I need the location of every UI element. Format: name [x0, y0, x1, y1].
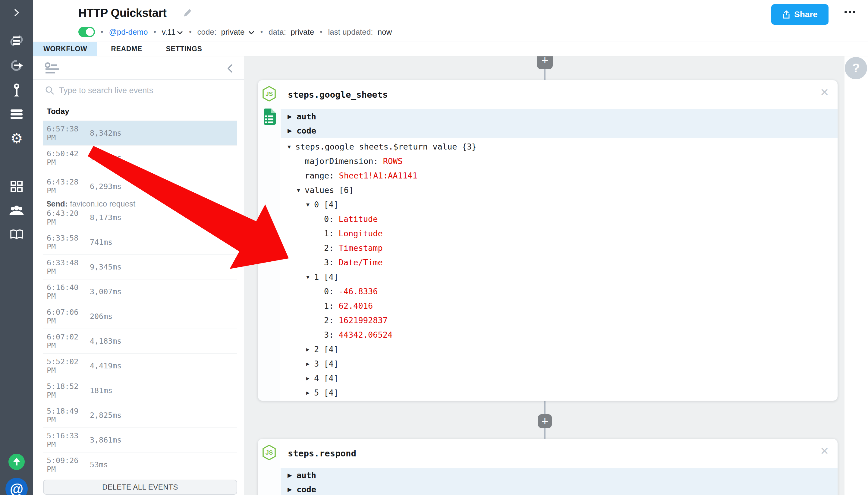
key-icon	[12, 83, 21, 97]
data-visibility: data: private	[268, 28, 314, 37]
sidebar-item-accounts[interactable]	[0, 82, 33, 98]
caret-right-icon: ▶	[288, 113, 297, 120]
sidebar-item-sql[interactable]	[0, 106, 33, 122]
tab-workflow[interactable]: WORKFLOW	[33, 42, 97, 56]
owner-link[interactable]: @pd-demo	[109, 28, 148, 37]
pencil-icon	[183, 8, 192, 18]
code-accordion-row[interactable]: ▶ code	[281, 124, 837, 138]
json-tree-row[interactable]: majorDimension:ROWS	[281, 154, 837, 168]
sidebar-item-docs[interactable]	[0, 227, 33, 243]
event-row[interactable]: 6:43:28 PM 6,293ms $end:favicon.ico requ…	[43, 170, 237, 205]
share-button[interactable]: Share	[771, 4, 829, 25]
workflow-meta-row: • @pd-demo • v.11 • code: private • data…	[79, 26, 392, 38]
caret-icon[interactable]: ▼	[306, 274, 314, 280]
caret-icon[interactable]: ▶	[306, 346, 314, 353]
close-step-button[interactable]: ×	[820, 444, 829, 458]
auth-accordion-row[interactable]: ▶ auth	[281, 468, 837, 482]
json-tree-row[interactable]: 2:Timestamp	[281, 241, 837, 255]
search-input[interactable]	[59, 86, 216, 95]
event-row[interactable]: 6:50:42 PM 9,142ms	[43, 146, 237, 170]
collapse-panel-button[interactable]	[226, 64, 233, 74]
event-row[interactable]: 5:52:02 PM 4,419ms	[43, 354, 237, 378]
event-duration: 741ms	[90, 238, 112, 246]
event-duration: 53ms	[90, 460, 108, 469]
caret-icon[interactable]: ▼	[297, 187, 305, 193]
right-help-strip: ?	[845, 56, 868, 495]
sidebar-item-settings[interactable]: ⚙	[0, 130, 33, 147]
sidebar-item-workflows[interactable]	[0, 33, 33, 49]
event-row[interactable]: 5:09:26 PM 53ms	[43, 453, 237, 477]
chevron-right-icon	[12, 8, 21, 17]
event-row[interactable]: 6:43:20 PM 8,173ms	[43, 205, 237, 230]
code-visibility-dropdown[interactable]: code: private	[197, 28, 255, 37]
sidebar-item-sources[interactable]	[0, 57, 33, 73]
json-tree-row[interactable]: ▼values[6]	[281, 183, 837, 197]
live-events-panel: Today 6:57:38 PM 8,342ms 6:50:42 PM 9,14…	[33, 56, 244, 495]
event-row-selected[interactable]: 6:57:38 PM 8,342ms	[43, 121, 237, 146]
event-duration: 8,173ms	[90, 213, 121, 222]
add-step-button[interactable]: +	[537, 56, 553, 69]
close-step-button[interactable]: ×	[820, 85, 829, 99]
json-tree-row[interactable]: ▶3[4]	[281, 356, 837, 371]
people-icon	[9, 206, 24, 216]
event-row[interactable]: 6:33:58 PM 741ms	[43, 230, 237, 255]
tab-readme[interactable]: README	[101, 42, 152, 56]
ellipsis-icon	[853, 11, 855, 13]
workflows-icon	[9, 34, 24, 47]
event-row[interactable]: 6:16:40 PM 3,007ms	[43, 279, 237, 304]
edit-title-button[interactable]	[183, 8, 192, 19]
event-time: 6:07:02 PM	[47, 332, 90, 350]
sidebar-item-community[interactable]	[0, 203, 33, 219]
expand-sidebar-button[interactable]	[0, 7, 33, 19]
event-row[interactable]: 5:18:49 PM 2,825ms	[43, 403, 237, 428]
deploy-status-button[interactable]	[0, 454, 33, 470]
json-tree-row[interactable]: 3:Date/Time	[281, 255, 837, 270]
event-duration: 6,293ms	[90, 182, 121, 191]
ellipsis-icon	[849, 11, 851, 13]
chevron-left-icon	[226, 64, 233, 73]
events-toolbar	[33, 56, 244, 80]
search-icon	[45, 86, 54, 95]
delete-all-events-button[interactable]: DELETE ALL EVENTS	[43, 480, 237, 495]
auth-accordion-row[interactable]: ▶ auth	[281, 109, 837, 124]
json-tree-row[interactable]: 1:62.4016	[281, 298, 837, 313]
more-options-button[interactable]	[845, 11, 855, 13]
json-tree-row[interactable]: 1:Longitude	[281, 226, 837, 241]
json-tree-row[interactable]: ▶5[4]	[281, 385, 837, 400]
caret-icon[interactable]: ▼	[306, 201, 314, 208]
json-tree-row[interactable]: ▼steps.google_sheets.$return_value{3}	[281, 139, 837, 154]
caret-icon[interactable]: ▶	[306, 361, 314, 367]
event-time: 5:18:49 PM	[47, 407, 90, 424]
help-button[interactable]: ?	[845, 57, 867, 79]
version-dropdown[interactable]: v.11	[162, 28, 183, 37]
json-tree-row[interactable]: 0:Latitude	[281, 211, 837, 226]
add-step-button[interactable]: +	[538, 414, 552, 428]
workflow-active-toggle[interactable]	[79, 27, 95, 37]
caret-icon[interactable]: ▼	[288, 143, 295, 150]
event-row[interactable]: 5:16:33 PM 3,861ms	[43, 428, 237, 453]
caret-icon[interactable]: ▶	[306, 375, 314, 381]
step-title: steps.respond	[281, 439, 837, 468]
json-tree-row[interactable]: 2:1621992837	[281, 313, 837, 327]
json-tree-row[interactable]: ▼1[4]	[281, 270, 837, 284]
event-row[interactable]: 5:18:52 PM 181ms	[43, 378, 237, 403]
caret-icon[interactable]: ▶	[306, 390, 314, 396]
event-row[interactable]: 6:07:06 PM 206ms	[43, 304, 237, 329]
step-title: steps.google_sheets	[281, 80, 837, 109]
json-tree-row[interactable]: 0:-46.8336	[281, 284, 837, 298]
json-tree-row[interactable]: ▶2[4]	[281, 342, 837, 356]
json-tree-row[interactable]: ▼0[4]	[281, 197, 837, 211]
filter-events-button[interactable]	[45, 63, 62, 76]
json-tree-row[interactable]: range:Sheet1!A1:AA1141	[281, 168, 837, 183]
tab-settings[interactable]: SETTINGS	[156, 42, 212, 56]
event-row[interactable]: 6:07:02 PM 4,183ms	[43, 329, 237, 354]
code-accordion-row[interactable]: ▶ code	[281, 482, 837, 495]
sidebar-item-apps[interactable]	[0, 178, 33, 195]
left-nav-sidebar: ⚙ @	[0, 0, 33, 495]
user-avatar[interactable]: @	[0, 478, 33, 495]
database-icon	[10, 109, 23, 120]
json-tree-row[interactable]: ▶4[4]	[281, 371, 837, 385]
code-label: code	[297, 485, 316, 494]
event-row[interactable]: 6:33:48 PM 9,345ms	[43, 255, 237, 279]
json-tree-row[interactable]: 3:44342.06524	[281, 327, 837, 342]
